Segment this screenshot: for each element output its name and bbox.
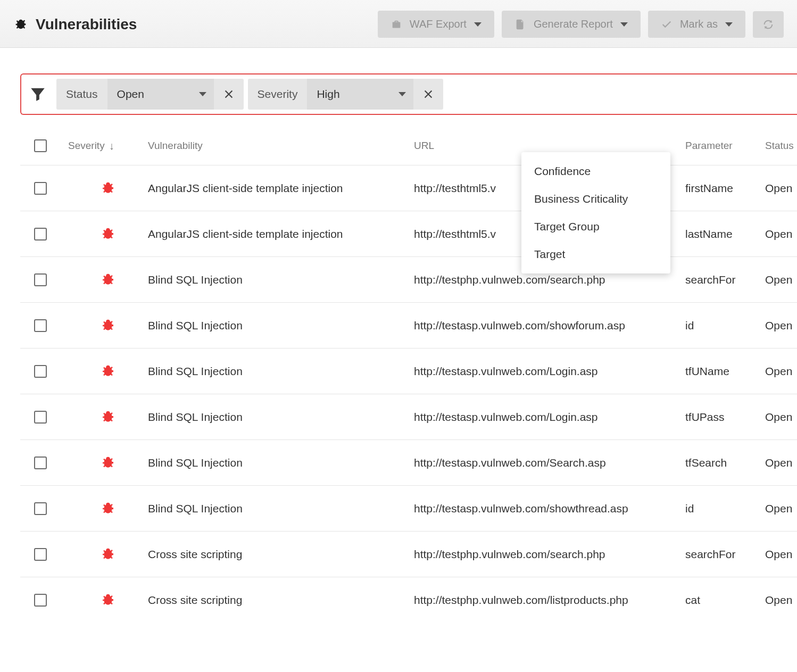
bug-icon <box>100 592 116 608</box>
status-cell: Open <box>765 548 797 561</box>
parameter-cell: id <box>685 502 765 515</box>
severity-cell <box>68 180 148 196</box>
row-checkbox[interactable] <box>34 548 47 561</box>
vulnerabilities-table: Severity ↓ Vulnerability URL Parameter S… <box>20 134 797 623</box>
col-vulnerability[interactable]: Vulnerability <box>148 140 414 152</box>
url-cell: http://testasp.vulnweb.com/Login.asp <box>414 365 685 378</box>
table-row[interactable]: Blind SQL Injectionhttp://testasp.vulnwe… <box>20 485 797 531</box>
col-severity[interactable]: Severity ↓ <box>68 140 148 152</box>
dropdown-item-target[interactable]: Target <box>521 240 670 268</box>
severity-cell <box>68 501 148 517</box>
row-checkbox[interactable] <box>34 594 47 607</box>
filter-severity-select[interactable]: High <box>307 79 413 110</box>
url-cell: http://testasp.vulnweb.com/showthread.as… <box>414 502 685 515</box>
vulnerability-cell: Blind SQL Injection <box>148 502 414 515</box>
table-row[interactable]: Blind SQL Injectionhttp://testasp.vulnwe… <box>20 394 797 439</box>
row-checkbox[interactable] <box>34 365 47 378</box>
dropdown-item-target-group[interactable]: Target Group <box>521 213 670 240</box>
bug-icon <box>100 363 116 379</box>
page-title: Vulnerabilities <box>13 16 137 33</box>
chevron-down-icon <box>199 92 206 96</box>
filter-status-value: Open <box>117 88 144 101</box>
chevron-down-icon <box>725 22 733 27</box>
generate-report-button[interactable]: Generate Report <box>502 11 641 38</box>
row-checkbox[interactable] <box>34 228 47 240</box>
filter-status-remove[interactable] <box>214 79 244 110</box>
parameter-cell: tfUName <box>685 365 765 378</box>
bug-icon <box>100 272 116 288</box>
vulnerability-cell: Cross site scripting <box>148 548 414 561</box>
status-cell: Open <box>765 365 797 378</box>
severity-cell <box>68 546 148 562</box>
col-status[interactable]: Status <box>765 140 797 152</box>
bug-icon <box>100 409 116 425</box>
waf-export-button[interactable]: WAF Export <box>378 11 494 38</box>
content-area: Status Open Severity High Confidence Bus… <box>0 48 797 623</box>
row-checkbox[interactable] <box>34 457 47 469</box>
chevron-down-icon <box>474 22 481 27</box>
table-row[interactable]: Blind SQL Injectionhttp://testphp.vulnwe… <box>20 256 797 302</box>
table-row[interactable]: AngularJS client-side template injection… <box>20 165 797 211</box>
status-cell: Open <box>765 228 797 240</box>
filter-pill-status: Status Open <box>56 79 244 110</box>
select-all-checkbox[interactable] <box>34 139 47 152</box>
table-row[interactable]: Blind SQL Injectionhttp://testasp.vulnwe… <box>20 439 797 485</box>
filter-severity-label: Severity <box>248 88 308 101</box>
vulnerability-cell: Blind SQL Injection <box>148 319 414 332</box>
vulnerability-cell: AngularJS client-side template injection <box>148 182 414 195</box>
vulnerability-cell: Blind SQL Injection <box>148 273 414 286</box>
waf-export-label: WAF Export <box>410 18 467 30</box>
col-parameter[interactable]: Parameter <box>685 140 765 152</box>
page-title-text: Vulnerabilities <box>36 16 137 33</box>
url-cell: http://testasp.vulnweb.com/showforum.asp <box>414 319 685 332</box>
bug-icon <box>100 501 116 517</box>
bug-icon <box>100 455 116 471</box>
bug-icon <box>13 17 28 32</box>
row-checkbox[interactable] <box>34 502 47 515</box>
row-checkbox[interactable] <box>34 319 47 332</box>
filter-icon <box>29 85 47 103</box>
close-icon <box>223 88 235 100</box>
dropdown-item-confidence[interactable]: Confidence <box>521 157 670 185</box>
filter-severity-value: High <box>317 88 339 101</box>
generate-report-label: Generate Report <box>534 18 613 30</box>
filter-severity-remove[interactable] <box>413 79 443 110</box>
check-icon <box>661 19 673 30</box>
parameter-cell: cat <box>685 594 765 607</box>
add-filter-dropdown: Confidence Business Criticality Target G… <box>521 152 670 273</box>
status-cell: Open <box>765 457 797 469</box>
severity-cell <box>68 226 148 242</box>
parameter-cell: searchFor <box>685 548 765 561</box>
table-row[interactable]: AngularJS client-side template injection… <box>20 211 797 256</box>
parameter-cell: tfSearch <box>685 457 765 469</box>
bug-icon <box>100 180 116 196</box>
vulnerability-cell: Blind SQL Injection <box>148 365 414 378</box>
table-row[interactable]: Cross site scriptinghttp://testphp.vulnw… <box>20 577 797 623</box>
table-body: AngularJS client-side template injection… <box>20 165 797 623</box>
row-checkbox[interactable] <box>34 411 47 424</box>
severity-cell <box>68 363 148 379</box>
close-icon <box>422 88 434 100</box>
severity-cell <box>68 592 148 608</box>
table-header: Severity ↓ Vulnerability URL Parameter S… <box>20 134 797 165</box>
chevron-down-icon <box>620 22 628 27</box>
col-severity-label: Severity <box>68 140 105 152</box>
table-row[interactable]: Blind SQL Injectionhttp://testasp.vulnwe… <box>20 348 797 394</box>
dropdown-item-business-criticality[interactable]: Business Criticality <box>521 185 670 213</box>
vulnerability-cell: Blind SQL Injection <box>148 411 414 424</box>
status-cell: Open <box>765 502 797 515</box>
severity-cell <box>68 272 148 288</box>
row-checkbox[interactable] <box>34 182 47 195</box>
filter-pill-severity: Severity High <box>248 79 444 110</box>
mark-as-button[interactable]: Mark as <box>648 11 745 38</box>
row-checkbox[interactable] <box>34 273 47 286</box>
table-row[interactable]: Blind SQL Injectionhttp://testasp.vulnwe… <box>20 302 797 348</box>
refresh-icon <box>762 19 774 30</box>
parameter-cell: tfUPass <box>685 411 765 424</box>
filter-status-select[interactable]: Open <box>107 79 214 110</box>
severity-cell <box>68 455 148 471</box>
table-row[interactable]: Cross site scriptinghttp://testphp.vulnw… <box>20 531 797 577</box>
col-url[interactable]: URL <box>414 140 685 152</box>
refresh-button[interactable] <box>753 11 784 38</box>
severity-cell <box>68 318 148 334</box>
